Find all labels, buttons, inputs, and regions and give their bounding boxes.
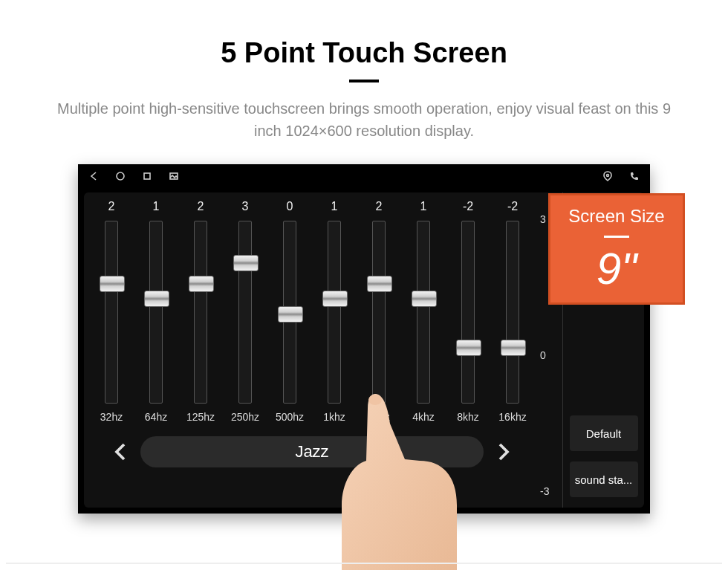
eq-slider-thumb[interactable] [367,276,392,292]
eq-band-value: 0 [287,200,293,216]
scale-mid: 0 [540,349,562,361]
eq-band-2khz: 22khz [360,200,397,423]
eq-band-value: 1 [331,200,338,216]
eq-band-1khz: 11khz [316,200,353,423]
eq-band-125hz: 2125hz [182,200,219,423]
eq-slider[interactable] [328,221,341,404]
scale-min: -3 [540,485,562,497]
title-underline [349,80,379,82]
back-icon[interactable] [88,171,99,181]
phone-icon[interactable] [629,171,640,181]
eq-band-value: 3 [242,200,249,216]
eq-band-freq-label: 64hz [145,411,167,423]
eq-slider-thumb[interactable] [189,276,214,292]
eq-band-4khz: 14khz [405,200,442,423]
badge-value: 9" [550,247,683,291]
eq-slider[interactable] [461,221,475,404]
eq-band-value: -2 [507,200,518,216]
page-title: 5 Point Touch Screen [0,37,728,69]
badge-underline [604,236,629,238]
eq-band-freq-label: 8khz [457,411,479,423]
svg-rect-1 [144,173,150,179]
eq-slider[interactable] [417,221,430,404]
eq-band-freq-label: 4khz [412,411,435,423]
screen-size-badge: Screen Size 9" [548,193,685,305]
equalizer-area: 232hz164hz2125hz3250hz0500hz11khz22khz14… [84,192,540,508]
preset-next-button[interactable] [493,441,515,463]
eq-band-value: 2 [108,200,115,216]
eq-slider-thumb[interactable] [456,340,481,356]
eq-slider[interactable] [105,221,118,404]
svg-point-0 [117,172,124,180]
eq-band-value: 1 [420,200,427,216]
eq-slider[interactable] [506,221,519,404]
image-icon[interactable] [169,171,179,181]
eq-band-freq-label: 500hz [276,411,304,423]
eq-slider-thumb[interactable] [412,291,437,307]
eq-band-freq-label: 1khz [323,411,345,423]
recents-icon[interactable] [142,171,152,181]
svg-point-3 [607,175,609,177]
eq-band-freq-label: 32hz [100,411,123,423]
eq-band-freq-label: 250hz [231,411,259,423]
default-button[interactable]: Default [570,415,638,451]
eq-slider[interactable] [194,221,207,404]
eq-slider-thumb[interactable] [501,340,526,356]
sound-stage-button[interactable]: sound sta... [570,461,638,497]
eq-band-500hz: 0500hz [271,200,308,423]
eq-slider[interactable] [283,221,296,404]
preset-row: Jazz [93,423,531,481]
eq-slider[interactable] [372,221,386,404]
eq-slider[interactable] [238,221,252,404]
eq-band-value: 1 [153,200,160,216]
eq-sliders: 232hz164hz2125hz3250hz0500hz11khz22khz14… [93,200,531,423]
page-subtitle: Multiple point high-sensitive touchscree… [45,97,683,142]
badge-label: Screen Size [550,206,683,227]
eq-band-16khz: -216khz [494,200,531,423]
eq-band-value: -2 [463,200,473,216]
eq-band-250hz: 3250hz [227,200,264,423]
eq-slider[interactable] [149,221,163,404]
eq-slider-thumb[interactable] [322,291,348,307]
system-bar [78,164,650,188]
eq-slider-thumb[interactable] [144,291,169,307]
eq-slider-thumb[interactable] [233,255,259,271]
eq-band-64hz: 164hz [137,200,175,423]
eq-band-freq-label: 16khz [498,411,526,423]
eq-band-32hz: 232hz [93,200,130,423]
eq-band-freq-label: 125hz [186,411,215,423]
eq-band-freq-label: 2khz [368,411,390,423]
preset-prev-button[interactable] [109,441,131,463]
eq-band-8khz: -28khz [449,200,487,423]
eq-band-value: 2 [376,200,383,216]
home-icon[interactable] [115,171,126,181]
eq-slider-thumb[interactable] [278,306,303,323]
eq-slider-thumb[interactable] [100,276,125,292]
eq-band-value: 2 [198,200,204,216]
preset-display[interactable]: Jazz [140,436,484,467]
location-icon[interactable] [602,171,613,181]
footer-divider [6,563,722,564]
